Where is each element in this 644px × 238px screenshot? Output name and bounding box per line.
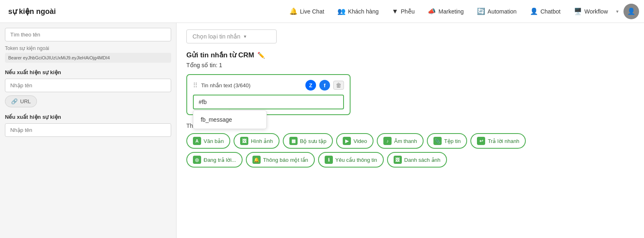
nav-item-khach-hang[interactable]: 👥 Khách hàng (332, 5, 385, 18)
nav-item-pheu[interactable]: ▼ Phễu (386, 5, 421, 18)
thong-bao-mot-lan-icon: 🔔 (252, 156, 261, 164)
pheu-icon: ▼ (392, 8, 399, 15)
action-btn-bo-suu-tap[interactable]: ▦ Bộ sưu tập (283, 133, 333, 149)
van-ban-icon: A (193, 137, 201, 145)
action-btn-yeu-cau-thong-tin[interactable]: ℹ Yêu cầu thông tin (318, 152, 384, 168)
chatbot-icon: 👤 (530, 7, 538, 15)
action-btn-tep-tin[interactable]: 📎 Tệp tin (427, 133, 468, 149)
section-title-row: Gửi tin nhắn từ CRM ✏️ (186, 51, 634, 59)
nav-item-marketing[interactable]: 📣 Marketing (422, 5, 469, 18)
url-button[interactable]: 🔗 URL (5, 95, 37, 107)
sidebar: Token sự kiện ngoài Bearer eyJhbGciOiJIU… (0, 23, 176, 238)
message-text-input[interactable] (193, 95, 344, 109)
message-card-title: Tin nhắn text (3/640) (201, 82, 302, 88)
chevron-down-icon: ▾ (244, 34, 246, 39)
nav-item-workflow-label: Workflow (584, 8, 608, 15)
dang-tra-loi-icon: ◎ (193, 156, 201, 164)
khach-hang-icon: 👥 (337, 7, 346, 15)
action-btn-danh-sach-anh[interactable]: 🖼 Danh sách ảnh (387, 152, 447, 168)
action-btn-am-thanh[interactable]: ♪ Âm thanh (377, 133, 424, 149)
action-btn-dang-tra-loi[interactable]: ◎ Đang trả lời... (186, 152, 243, 168)
yeu-cau-thong-tin-icon: ℹ (325, 156, 333, 164)
message-card-header: ⠿ Tin nhắn text (3/640) Z f 🗑 (193, 80, 344, 91)
nav-item-live-chat-label: Live Chat (300, 8, 324, 15)
user-avatar[interactable]: 👤 (623, 4, 639, 19)
autocomplete-dropdown: fb_message (193, 110, 267, 129)
top-nav: sự kiện ngoài 🔔 Live Chat 👥 Khách hàng ▼… (0, 0, 644, 23)
am-thanh-icon: ♪ (383, 137, 392, 145)
zalo-channel-icon[interactable]: Z (305, 80, 316, 91)
sidebar-section-2-title: Nếu xuất hiện sự kiện (5, 114, 171, 120)
nav-item-live-chat[interactable]: 🔔 Live Chat (284, 5, 330, 18)
action-btn-van-ban[interactable]: A Văn bản (186, 133, 230, 149)
video-icon: ▶ (343, 137, 351, 145)
sidebar-section-2: Nếu xuất hiện sự kiện (5, 114, 171, 140)
action-btn-video[interactable]: ▶ Video (336, 133, 374, 149)
link-icon: 🔗 (11, 98, 18, 104)
nav-item-automation-label: Automation (488, 8, 517, 15)
sidebar-section-1: Nếu xuất hiện sự kiện 🔗 URL (5, 69, 171, 107)
nav-dropdown-arrow[interactable]: ▾ (616, 9, 619, 14)
bo-suu-tap-icon: ▦ (289, 137, 298, 145)
danh-sach-anh-icon: 🖼 (394, 156, 402, 164)
message-card: ⠿ Tin nhắn text (3/640) Z f 🗑 fb_message (186, 74, 351, 115)
delete-icon[interactable]: 🗑 (333, 81, 344, 90)
token-label: Token sự kiện ngoài (5, 45, 171, 51)
search-input[interactable] (5, 28, 171, 41)
automation-icon: 🔄 (477, 7, 485, 15)
token-value: Bearer eyJhbGciOiJIUzUxMiJ9.eyJleHAiOjg4… (5, 53, 171, 63)
total-tin: Tổng số tin: 1 (186, 62, 634, 68)
nav-item-workflow[interactable]: 🖥️ Workflow (568, 5, 614, 18)
action-btn-hinh-anh[interactable]: 🖼 Hình ảnh (234, 133, 280, 149)
action-btns-row-1: A Văn bản 🖼 Hình ảnh ▦ Bộ sưu tập ▶ Vide… (186, 133, 634, 149)
nav-item-chatbot-label: Chatbot (541, 8, 561, 15)
action-btn-tra-loi-nhanh[interactable]: ↩ Trả lời nhanh (470, 133, 526, 149)
right-content: Chọn loại tin nhắn ▾ Gửi tin nhắn từ CRM… (176, 23, 644, 238)
marketing-icon: 📣 (428, 7, 436, 15)
nav-item-chatbot[interactable]: 👤 Chatbot (524, 5, 566, 18)
section-title: Gửi tin nhắn từ CRM (186, 51, 254, 59)
nav-item-pheu-label: Phễu (401, 8, 415, 15)
workflow-icon: 🖥️ (574, 7, 582, 15)
autocomplete-item-fb-message[interactable]: fb_message (193, 112, 266, 127)
choose-type-row: Chọn loại tin nhắn ▾ (186, 29, 634, 43)
tep-tin-icon: 📎 (433, 137, 442, 145)
choose-type-label: Chọn loại tin nhắn (193, 33, 241, 40)
edit-icon[interactable]: ✏️ (257, 52, 265, 59)
sidebar-section-1-title: Nếu xuất hiện sự kiện (5, 69, 171, 75)
tra-loi-nhanh-icon: ↩ (477, 137, 485, 145)
nav-item-khach-hang-label: Khách hàng (348, 8, 379, 15)
fb-channel-icon[interactable]: f (319, 80, 330, 91)
hinh-anh-icon: 🖼 (240, 137, 248, 145)
choose-type-select[interactable]: Chọn loại tin nhắn ▾ (186, 29, 277, 43)
drag-handle[interactable]: ⠿ (193, 82, 198, 89)
action-btns-row-2: ◎ Đang trả lời... 🔔 Thông báo một lần ℹ … (186, 152, 634, 168)
message-input-wrap: fb_message (193, 95, 344, 109)
nav-item-automation[interactable]: 🔄 Automation (471, 5, 523, 18)
page-title: sự kiện ngoài (5, 7, 71, 16)
sidebar-section-2-input[interactable] (5, 123, 171, 137)
nav-items: 🔔 Live Chat 👥 Khách hàng ▼ Phễu 📣 Market… (284, 4, 639, 19)
main-layout: Token sự kiện ngoài Bearer eyJhbGciOiJIU… (0, 23, 644, 238)
live-chat-icon: 🔔 (289, 7, 298, 15)
action-btn-thong-bao-mot-lan[interactable]: 🔔 Thông báo một lần (246, 152, 315, 168)
sidebar-section-1-input[interactable] (5, 79, 171, 92)
nav-item-marketing-label: Marketing (438, 8, 463, 15)
